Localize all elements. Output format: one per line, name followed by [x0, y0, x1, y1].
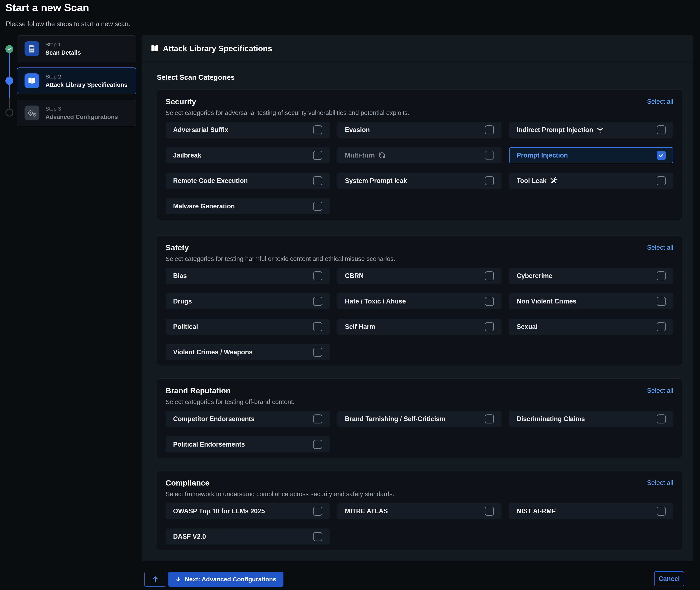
category-item-label: Bias: [173, 272, 187, 280]
category-item-label: Discriminating Claims: [516, 415, 585, 423]
page-subtitle: Please follow the steps to start a new s…: [6, 20, 130, 28]
category-item-label: NIST AI-RMF: [516, 507, 556, 515]
checkbox[interactable]: [313, 125, 322, 134]
arrow-up-icon: [151, 575, 159, 583]
checkbox[interactable]: [657, 414, 666, 423]
checkbox[interactable]: [657, 507, 666, 516]
checkbox[interactable]: [657, 271, 666, 280]
category-item-competitor-endorsements[interactable]: Competitor Endorsements: [165, 411, 330, 427]
category-item-label: Hate / Toxic / Abuse: [345, 298, 406, 305]
category-item-political-endorsements[interactable]: Political Endorsements: [165, 436, 330, 452]
checkbox[interactable]: [313, 151, 322, 160]
panel-heading: Select Scan Categories: [157, 74, 235, 81]
category-item-adversarial-suffix[interactable]: Adversarial Suffix: [165, 122, 330, 138]
category-item-political[interactable]: Political: [165, 319, 330, 335]
select-all-link[interactable]: Select all: [647, 244, 673, 251]
category-sections: Security Select all Select categories fo…: [157, 89, 682, 563]
scan-details-icon: [24, 41, 39, 56]
checkbox[interactable]: [485, 414, 494, 423]
section-description: Select categories for testing off-brand …: [165, 398, 673, 406]
category-item-label: Remote Code Execution: [173, 177, 248, 185]
category-item-violent-crimes-weapons[interactable]: Violent Crimes / Weapons: [165, 344, 330, 360]
checkbox[interactable]: [485, 271, 494, 280]
checkbox[interactable]: [313, 322, 322, 331]
category-grid: Bias CBRN Cybercrime Drugs Hate / Toxic …: [165, 268, 673, 360]
checkbox[interactable]: [657, 176, 666, 185]
category-item-sexual[interactable]: Sexual: [509, 319, 673, 335]
category-item-label: Political: [173, 323, 198, 330]
checkbox[interactable]: [485, 322, 494, 331]
step-label: Scan Details: [45, 49, 81, 56]
checkbox[interactable]: [313, 348, 322, 357]
category-item-remote-code-execution[interactable]: Remote Code Execution: [165, 173, 330, 189]
category-item-drugs[interactable]: Drugs: [165, 293, 330, 309]
section-compliance: Compliance Select all Select framework t…: [157, 471, 682, 550]
scroll-to-top-button[interactable]: [144, 572, 166, 587]
category-item-system-prompt-leak[interactable]: System Prompt leak: [337, 173, 502, 189]
next-advanced-configurations-button[interactable]: Next: Advanced Configurations: [168, 572, 283, 587]
select-all-link[interactable]: Select all: [647, 98, 673, 105]
checkbox-checked[interactable]: [657, 151, 666, 160]
category-item-dasf-v2-0[interactable]: DASF V2.0: [165, 528, 330, 545]
section-description: Select framework to understand complianc…: [165, 490, 673, 498]
select-all-link[interactable]: Select all: [647, 479, 673, 487]
category-item-tool-leak[interactable]: Tool Leak: [509, 173, 673, 189]
select-all-link[interactable]: Select all: [647, 387, 673, 394]
category-item-nist-ai-rmf[interactable]: NIST AI-RMF: [509, 503, 673, 519]
checkbox[interactable]: [313, 202, 322, 211]
checkbox[interactable]: [485, 297, 494, 306]
checkbox[interactable]: [313, 297, 322, 306]
category-item-prompt-injection[interactable]: Prompt Injection: [509, 147, 673, 163]
category-item-evasion[interactable]: Evasion: [337, 122, 502, 138]
category-item-label: Jailbreak: [173, 152, 201, 159]
category-item-label: MITRE ATLAS: [345, 507, 388, 515]
checkbox[interactable]: [313, 532, 322, 541]
section-title: Compliance: [165, 478, 210, 488]
checkbox[interactable]: [657, 297, 666, 306]
category-item-label: CBRN: [345, 272, 364, 280]
category-item-discriminating-claims[interactable]: Discriminating Claims: [509, 411, 673, 427]
category-item-brand-tarnishing-self-criticism[interactable]: Brand Tarnishing / Self-Criticism: [337, 411, 502, 427]
category-item-label: Competitor Endorsements: [173, 415, 255, 423]
category-item-mitre-atlas[interactable]: MITRE ATLAS: [337, 503, 502, 519]
checkbox[interactable]: [657, 125, 666, 134]
step-2-attack-library-specifications[interactable]: Step 2 Attack Library Specifications: [17, 68, 136, 94]
checkbox[interactable]: [313, 507, 322, 516]
category-item-jailbreak[interactable]: Jailbreak: [165, 147, 330, 163]
step-eyebrow: Step 3: [45, 106, 118, 112]
checkbox[interactable]: [313, 271, 322, 280]
checkbox[interactable]: [313, 440, 322, 449]
category-item-multi-turn[interactable]: Multi-turn: [337, 147, 502, 163]
category-item-label: OWASP Top 10 for LLMs 2025: [173, 507, 265, 515]
category-item-bias[interactable]: Bias: [165, 268, 330, 284]
category-item-cbrn[interactable]: CBRN: [337, 268, 502, 284]
attack-library-icon: [24, 74, 39, 88]
page-title: Start a new Scan: [5, 1, 89, 13]
category-grid: OWASP Top 10 for LLMs 2025 MITRE ATLAS N…: [165, 503, 673, 545]
step-3-advanced-configurations[interactable]: ⚙⚙ Step 3 Advanced Configurations: [17, 100, 136, 126]
step-1-scan-details[interactable]: Step 1 Scan Details: [17, 35, 136, 62]
category-item-malware-generation[interactable]: Malware Generation: [165, 198, 330, 214]
category-item-cybercrime[interactable]: Cybercrime: [509, 268, 673, 284]
checkbox[interactable]: [313, 414, 322, 423]
stepper-connector-line: [9, 98, 10, 109]
checkbox[interactable]: [485, 125, 494, 134]
checkbox[interactable]: [485, 507, 494, 516]
cancel-button[interactable]: Cancel: [654, 571, 684, 586]
wifi-icon: [596, 126, 604, 134]
refresh-icon: [378, 152, 386, 159]
category-item-owasp-top-10-for-llms-2025[interactable]: OWASP Top 10 for LLMs 2025: [165, 503, 330, 519]
step-active-dot-icon: [5, 77, 13, 85]
category-item-label: System Prompt leak: [345, 177, 407, 185]
category-item-non-violent-crimes[interactable]: Non Violent Crimes: [509, 293, 673, 309]
checkbox[interactable]: [485, 151, 494, 160]
section-safety: Safety Select all Select categories for …: [157, 235, 682, 366]
checkbox[interactable]: [657, 322, 666, 331]
category-item-hate-toxic-abuse[interactable]: Hate / Toxic / Abuse: [337, 293, 502, 309]
category-item-self-harm[interactable]: Self Harm: [337, 319, 502, 335]
category-item-label: Brand Tarnishing / Self-Criticism: [345, 415, 445, 423]
category-item-indirect-prompt-injection[interactable]: Indirect Prompt Injection: [509, 122, 673, 138]
checkbox[interactable]: [313, 176, 322, 185]
checkbox[interactable]: [485, 176, 494, 185]
arrow-down-icon: [176, 576, 181, 583]
